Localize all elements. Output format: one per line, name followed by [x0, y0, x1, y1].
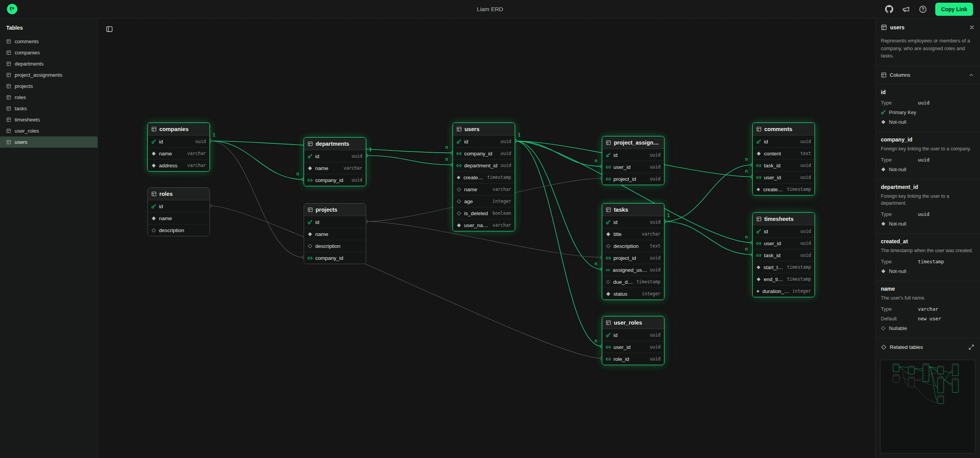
sidebar-item-user_roles[interactable]: user_roles [0, 125, 98, 136]
column-row-title[interactable]: titlevarchar [602, 228, 664, 240]
column-row-id[interactable]: iduuid [148, 135, 210, 147]
columns-section-header[interactable]: Columns [875, 66, 980, 84]
column-row-type: varchar [188, 151, 206, 156]
table-node-users[interactable]: usersiduuidcompany_iduuiddepartment_iduu… [453, 123, 515, 231]
column-row-user_name[interactable]: user_namevarchar [453, 219, 515, 231]
sidebar-item-project_assignments[interactable]: project_assignments [0, 69, 98, 81]
table-node-header[interactable]: companies [148, 123, 210, 135]
sidebar-item-label: comments [15, 39, 39, 44]
column-row-user_id[interactable]: user_iduuid [753, 171, 814, 183]
column-row-due_date[interactable]: due_datetimestamp [602, 276, 664, 288]
column-row-name: project_id [613, 255, 636, 261]
column-row-company_id[interactable]: company_iduuid [453, 147, 515, 159]
column-row-name[interactable]: name [148, 212, 210, 224]
column-row-start_time[interactable]: start_timetimestamp [753, 261, 814, 273]
column-row-description[interactable]: description [148, 224, 210, 236]
table-node-header[interactable]: roles [148, 188, 210, 200]
sidebar-item-label: tasks [15, 106, 27, 111]
column-row-id[interactable]: iduuid [602, 329, 664, 341]
sidebar-item-roles[interactable]: roles [0, 92, 98, 103]
column-row-id[interactable]: iduuid [602, 216, 664, 228]
sidebar-item-comments[interactable]: comments [0, 36, 98, 47]
column-row-project_id[interactable]: project_iduuid [602, 173, 664, 185]
sidebar-item-tasks[interactable]: tasks [0, 103, 98, 114]
column-row-project_id[interactable]: project_iduuid [602, 252, 664, 264]
table-node-departments[interactable]: departmentsiduuidnamevarcharcompany_iduu… [304, 137, 366, 186]
column-row-company_id[interactable]: company_iduuid [304, 174, 366, 186]
table-node-header[interactable]: users [453, 123, 515, 135]
table-node-header[interactable]: tasks [602, 204, 664, 216]
open-related-tables-button[interactable] [967, 343, 975, 351]
column-row-name[interactable]: namevarchar [453, 183, 515, 195]
column-row-user_id[interactable]: user_iduuid [602, 161, 664, 173]
column-row-type: timestamp [787, 276, 811, 282]
column-row-user_id[interactable]: user_iduuid [602, 341, 664, 353]
column-row-type: uuid [500, 139, 511, 144]
column-row-end_time[interactable]: end_timetimestamp [753, 273, 814, 285]
column-row-role_id[interactable]: role_iduuid [602, 353, 664, 365]
column-row-id[interactable]: id [304, 216, 366, 228]
help-button[interactable] [918, 5, 928, 14]
column-row-description[interactable]: description [304, 240, 366, 252]
column-row-id[interactable]: iduuid [753, 135, 814, 147]
column-row-age[interactable]: ageinteger [453, 195, 515, 207]
table-node-user_roles[interactable]: user_rolesiduuiduser_iduuidrole_iduuid [602, 316, 664, 365]
column-row-type: uuid [800, 229, 811, 234]
column-row-duration_minutes[interactable]: duration_minutesinteger [753, 285, 814, 297]
table-node-timesheets[interactable]: timesheetsiduuiduser_iduuidtask_iduuidst… [752, 212, 815, 297]
table-node-header[interactable]: project_assignments [602, 136, 664, 149]
liam-logo[interactable] [7, 4, 17, 14]
release-notes-button[interactable] [901, 5, 911, 14]
table-node-project_assignments[interactable]: project_assignmentsiduuiduser_iduuidproj… [602, 136, 664, 185]
column-row-name[interactable]: name [304, 228, 366, 240]
column-row-department_id[interactable]: department_iduuid [453, 159, 515, 171]
column-row-assigned_user_id[interactable]: assigned_user_iduuid [602, 264, 664, 276]
column-row-company_id[interactable]: company_id [304, 252, 366, 264]
column-row-description[interactable]: descriptiontext [602, 240, 664, 252]
column-row-name[interactable]: namevarchar [304, 162, 366, 174]
sidebar-toggle-button[interactable] [103, 23, 115, 35]
sidebar-item-timesheets[interactable]: timesheets [0, 114, 98, 125]
sidebar-item-projects[interactable]: projects [0, 81, 98, 92]
column-row-content[interactable]: contenttext [753, 147, 814, 159]
column-row-name[interactable]: namevarchar [148, 147, 210, 159]
column-row-created_at[interactable]: created_attimestamp [453, 171, 515, 183]
column-row-name: company_id [315, 177, 343, 183]
column-row-id[interactable]: iduuid [453, 135, 515, 147]
sidebar-item-users[interactable]: users [0, 136, 98, 148]
table-node-header[interactable]: departments [304, 138, 366, 150]
related-tables-minimap[interactable] [880, 360, 975, 453]
github-button[interactable] [884, 5, 894, 14]
column-row-id[interactable]: id [148, 200, 210, 212]
column-row-id[interactable]: iduuid [304, 150, 366, 162]
column-row-is_deleted[interactable]: is_deletedboolean [453, 207, 515, 219]
sidebar-item-departments[interactable]: departments [0, 58, 98, 69]
table-node-projects[interactable]: projectsidnamedescriptioncompany_id [304, 203, 366, 264]
table-icon [6, 106, 11, 111]
table-node-header[interactable]: user_roles [602, 317, 664, 329]
erd-canvas[interactable]: 1n1nn1nnn1nnnn companiesiduuidnamevarcha… [98, 19, 875, 458]
column-row-status[interactable]: statusinteger [602, 288, 664, 300]
sidebar-item-label: projects [15, 83, 33, 89]
sidebar-item-companies[interactable]: companies [0, 47, 98, 58]
column-row-type: integer [642, 291, 661, 296]
diamond-icon [756, 289, 760, 294]
column-row-created_at[interactable]: created_attimestamp [753, 183, 814, 195]
collapse-columns-button[interactable] [967, 71, 975, 79]
table-node-header[interactable]: timesheets [753, 213, 814, 225]
column-row-id[interactable]: iduuid [602, 149, 664, 161]
column-row-id[interactable]: iduuid [753, 225, 814, 237]
column-row-user_id[interactable]: user_iduuid [753, 237, 814, 249]
table-node-header[interactable]: comments [753, 123, 814, 135]
close-panel-button[interactable] [968, 23, 976, 32]
copy-link-button[interactable]: Copy Link [935, 3, 973, 16]
column-row-name: name [464, 187, 477, 192]
table-node-header[interactable]: projects [304, 204, 366, 216]
column-row-address[interactable]: addressvarchar [148, 159, 210, 171]
column-row-task_id[interactable]: task_iduuid [753, 159, 814, 171]
table-node-roles[interactable]: rolesidnamedescription [147, 187, 210, 236]
table-node-companies[interactable]: companiesiduuidnamevarcharaddressvarchar [147, 123, 210, 172]
column-row-task_id[interactable]: task_iduuid [753, 249, 814, 261]
table-node-tasks[interactable]: tasksiduuidtitlevarchardescriptiontextpr… [602, 203, 664, 300]
table-node-comments[interactable]: commentsiduuidcontenttexttask_iduuiduser… [752, 123, 815, 195]
